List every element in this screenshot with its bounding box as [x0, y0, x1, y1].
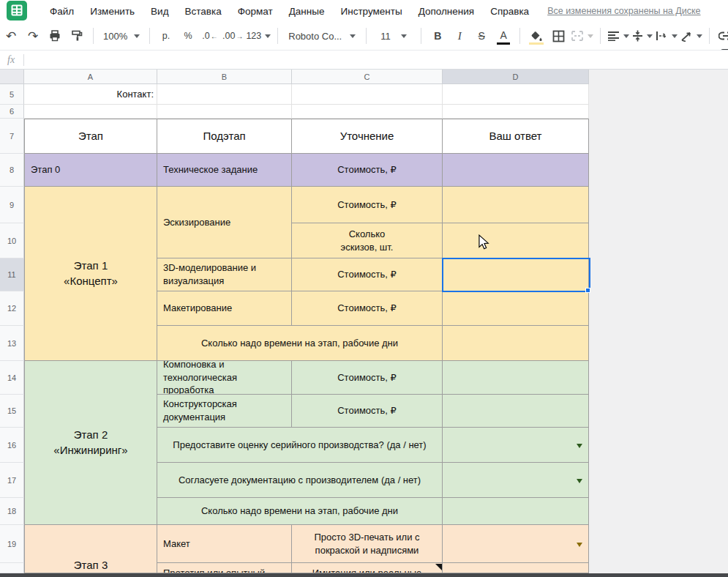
row-header-17[interactable]: 17: [0, 463, 24, 498]
cell-d5[interactable]: [443, 84, 589, 105]
column-header-c[interactable]: C: [292, 70, 443, 84]
cell-a14-18-stage2[interactable]: Этап 2 «Инжиниринг»: [24, 361, 157, 525]
cell-c9[interactable]: Стоимость, ₽: [292, 187, 443, 223]
column-header-a[interactable]: A: [24, 70, 157, 84]
cell-d10[interactable]: [443, 223, 589, 258]
cell-d17-dropdown[interactable]: [443, 463, 589, 498]
cell-b18-c18[interactable]: Сколько надо времени на этап, рабочие дн…: [157, 498, 443, 525]
format-currency-button[interactable]: р.: [157, 26, 176, 45]
cell-c8[interactable]: Стоимость, ₽: [292, 154, 443, 187]
row-header-5[interactable]: 5: [0, 84, 24, 105]
cell-b15[interactable]: Конструкторская документация: [157, 395, 292, 428]
row-header-14[interactable]: 14: [0, 361, 24, 395]
cell-a19-stage3[interactable]: Этап 3: [24, 525, 157, 573]
selection-fill-handle[interactable]: [585, 288, 590, 293]
dropdown-arrow-icon[interactable]: [577, 543, 582, 547]
menu-format[interactable]: Формат: [230, 3, 281, 20]
menu-file[interactable]: Файл: [42, 3, 82, 20]
save-status-link[interactable]: Все изменения сохранены на Диске: [547, 6, 700, 16]
row-header-12[interactable]: 12: [0, 291, 24, 326]
menu-edit[interactable]: Изменить: [82, 3, 143, 20]
row-header-9[interactable]: 9: [0, 187, 24, 223]
paint-format-button[interactable]: [67, 26, 86, 45]
cell-d16-dropdown[interactable]: [443, 428, 589, 463]
cell-b8[interactable]: Техническое задание: [157, 154, 292, 187]
cell-b20[interactable]: Прототип или опытный: [157, 563, 292, 573]
cell-b12[interactable]: Макетирование: [157, 291, 292, 326]
row-header-13[interactable]: 13: [0, 326, 24, 361]
text-rotation-button[interactable]: [680, 26, 702, 45]
menu-tools[interactable]: Инструменты: [332, 3, 410, 20]
row-header-19[interactable]: 19: [0, 525, 24, 563]
print-button[interactable]: [45, 26, 64, 45]
row-header-10[interactable]: 10: [0, 223, 24, 258]
cell-d14[interactable]: [443, 361, 589, 395]
cell-c12[interactable]: Стоимость, ₽: [292, 291, 443, 326]
cell-d7-header[interactable]: Ваш ответ: [443, 119, 589, 154]
row-header-8[interactable]: 8: [0, 154, 24, 187]
row-header-6[interactable]: 6: [0, 105, 24, 119]
row-header-7[interactable]: 7: [0, 119, 24, 154]
cell-d12[interactable]: [443, 291, 589, 326]
cell-c19[interactable]: Просто 3D-печать или с покраской и надпи…: [292, 525, 443, 563]
cell-b13-c13[interactable]: Сколько надо времени на этап, рабочие дн…: [157, 326, 443, 361]
text-wrap-button[interactable]: [656, 26, 678, 45]
row-header-11[interactable]: 11: [0, 258, 24, 291]
row-header-20[interactable]: [0, 563, 24, 573]
row-header-16[interactable]: 16: [0, 428, 24, 463]
cell-c10[interactable]: Сколько эскизов, шт.: [292, 223, 443, 258]
menu-data[interactable]: Данные: [281, 3, 333, 20]
insert-link-button[interactable]: [716, 26, 728, 45]
italic-button[interactable]: I: [450, 26, 469, 45]
redo-button[interactable]: ↷: [23, 26, 42, 45]
cell-c11[interactable]: Стоимость, ₽: [292, 258, 443, 291]
sheets-logo-icon[interactable]: [7, 1, 27, 21]
cell-b14[interactable]: Компоновка и технологическая проработка: [157, 361, 292, 395]
cell-a7-header[interactable]: Этап: [24, 119, 157, 154]
increase-decimal-button[interactable]: .00→: [222, 26, 243, 45]
cell-c15[interactable]: Стоимость, ₽: [292, 395, 443, 428]
horizontal-align-button[interactable]: [607, 26, 629, 45]
borders-button[interactable]: [549, 26, 568, 45]
cell-b16-c16[interactable]: Предоставите оценку серийного производст…: [157, 428, 443, 463]
font-select[interactable]: Roboto Co...: [285, 26, 359, 45]
cell-b5[interactable]: [157, 84, 292, 105]
format-percent-button[interactable]: %: [179, 26, 198, 45]
font-size-select[interactable]: 11: [373, 26, 414, 45]
menu-insert[interactable]: Вставка: [177, 3, 230, 20]
cell-a6[interactable]: [24, 105, 157, 119]
undo-button[interactable]: ↶: [1, 26, 20, 45]
cell-d20[interactable]: [443, 563, 589, 573]
bold-button[interactable]: B: [428, 26, 447, 45]
cell-b6[interactable]: [157, 105, 292, 119]
column-header-b[interactable]: B: [157, 70, 292, 84]
cell-d11-selected[interactable]: [443, 258, 589, 291]
formula-bar[interactable]: fx: [0, 50, 728, 70]
cell-b7-header[interactable]: Подэтап: [157, 119, 292, 154]
cell-d9[interactable]: [443, 187, 589, 223]
cell-c20[interactable]: Имитация или реальные: [292, 563, 443, 573]
vertical-align-button[interactable]: [632, 26, 653, 45]
zoom-select[interactable]: 100%: [100, 26, 143, 45]
fill-color-button[interactable]: [527, 26, 546, 45]
strikethrough-button[interactable]: S: [472, 26, 491, 45]
row-header-15[interactable]: 15: [0, 395, 24, 428]
cell-c14[interactable]: Стоимость, ₽: [292, 361, 443, 395]
cell-c5[interactable]: [292, 84, 443, 105]
cell-d15[interactable]: [443, 395, 589, 428]
cell-c6[interactable]: [292, 105, 443, 119]
cell-c7-header[interactable]: Уточнение: [292, 119, 443, 154]
text-color-button[interactable]: A: [494, 26, 513, 45]
cell-a9-13-stage1[interactable]: Этап 1 «Концепт»: [24, 187, 157, 361]
cell-d18[interactable]: [443, 498, 589, 525]
dropdown-arrow-icon[interactable]: [577, 444, 582, 448]
row-header-18[interactable]: 18: [0, 498, 24, 525]
select-all-corner[interactable]: [0, 70, 24, 84]
cell-d19-dropdown[interactable]: [443, 525, 589, 563]
cell-d8[interactable]: [443, 154, 589, 187]
cell-d13[interactable]: [443, 326, 589, 361]
cell-b19[interactable]: Макет: [157, 525, 292, 563]
dropdown-arrow-icon[interactable]: [577, 479, 582, 483]
column-header-d[interactable]: D: [443, 70, 589, 84]
menu-addons[interactable]: Дополнения: [410, 3, 482, 20]
